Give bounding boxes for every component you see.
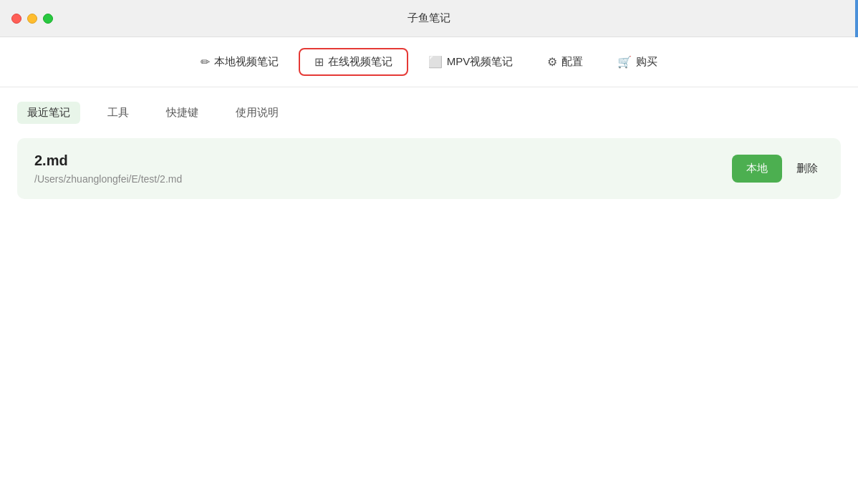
pencil-icon: ✏	[201, 55, 210, 69]
nav-label-settings: 配置	[561, 55, 583, 69]
delete-button[interactable]: 删除	[791, 155, 824, 183]
minimize-button[interactable]	[27, 14, 37, 24]
tab-recent[interactable]: 最近笔记	[17, 102, 80, 124]
nav-label-mpv: MPV视频笔记	[447, 55, 514, 69]
title-bar-controls	[11, 14, 53, 24]
sidebar-item-online-video-notes[interactable]: ⊞ 在线视频笔记	[299, 48, 408, 76]
sidebar-item-buy[interactable]: 🛒 购买	[603, 49, 672, 74]
main-content: 最近笔记 工具 快捷键 使用说明 2.md /Users/zhuanglongf…	[0, 87, 858, 504]
nav-label-online: 在线视频笔记	[328, 55, 392, 69]
note-title: 2.md	[34, 152, 182, 169]
cart-icon: 🛒	[617, 55, 632, 69]
nav-label-buy: 购买	[636, 55, 657, 69]
sidebar-item-local-video-notes[interactable]: ✏ 本地视频笔记	[186, 49, 293, 74]
note-path: /Users/zhuanglongfei/E/test/2.md	[34, 173, 182, 185]
title-bar: 子鱼笔记	[0, 0, 858, 37]
note-card: 2.md /Users/zhuanglongfei/E/test/2.md 本地…	[17, 138, 841, 199]
nav-label-local: 本地视频笔记	[214, 55, 279, 69]
grid-icon: ⊞	[314, 55, 324, 69]
note-actions: 本地 删除	[732, 155, 824, 183]
sub-tabs: 最近笔记 工具 快捷键 使用说明	[17, 102, 841, 124]
close-button[interactable]	[11, 14, 21, 24]
monitor-icon: ⬜	[428, 55, 443, 69]
nav-bar: ✏ 本地视频笔记 ⊞ 在线视频笔记 ⬜ MPV视频笔记 ⚙ 配置 🛒 购买	[0, 37, 858, 87]
note-info: 2.md /Users/zhuanglongfei/E/test/2.md	[34, 152, 182, 185]
tab-help[interactable]: 使用说明	[226, 102, 289, 124]
maximize-button[interactable]	[43, 14, 53, 24]
tab-shortcuts[interactable]: 快捷键	[156, 102, 208, 124]
app-title: 子鱼笔记	[408, 11, 450, 25]
gear-icon: ⚙	[547, 55, 557, 69]
right-accent	[855, 0, 858, 37]
sidebar-item-mpv-video-notes[interactable]: ⬜ MPV视频笔记	[414, 49, 528, 74]
tab-tools[interactable]: 工具	[97, 102, 139, 124]
local-button[interactable]: 本地	[732, 155, 782, 183]
sidebar-item-settings[interactable]: ⚙ 配置	[533, 49, 597, 74]
